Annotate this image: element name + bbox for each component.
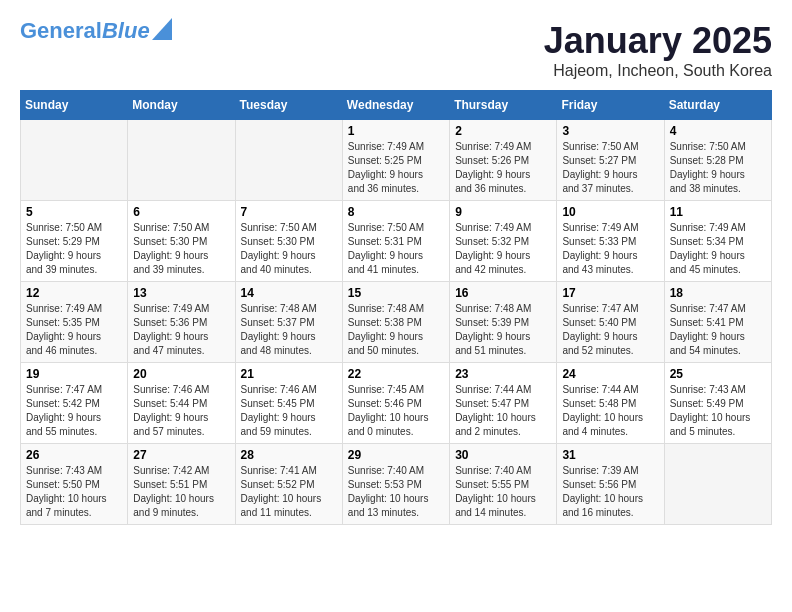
table-row: 16Sunrise: 7:48 AM Sunset: 5:39 PM Dayli… [450,282,557,363]
day-number: 30 [455,448,551,462]
table-row: 22Sunrise: 7:45 AM Sunset: 5:46 PM Dayli… [342,363,449,444]
day-content: Sunrise: 7:49 AM Sunset: 5:26 PM Dayligh… [455,140,551,196]
table-row: 6Sunrise: 7:50 AM Sunset: 5:30 PM Daylig… [128,201,235,282]
table-row: 27Sunrise: 7:42 AM Sunset: 5:51 PM Dayli… [128,444,235,525]
day-content: Sunrise: 7:46 AM Sunset: 5:45 PM Dayligh… [241,383,337,439]
day-number: 13 [133,286,229,300]
calendar-subtitle: Hajeom, Incheon, South Korea [544,62,772,80]
day-number: 8 [348,205,444,219]
calendar-week-row: 1Sunrise: 7:49 AM Sunset: 5:25 PM Daylig… [21,120,772,201]
table-row: 13Sunrise: 7:49 AM Sunset: 5:36 PM Dayli… [128,282,235,363]
table-row: 17Sunrise: 7:47 AM Sunset: 5:40 PM Dayli… [557,282,664,363]
day-content: Sunrise: 7:49 AM Sunset: 5:35 PM Dayligh… [26,302,122,358]
day-number: 21 [241,367,337,381]
day-content: Sunrise: 7:47 AM Sunset: 5:40 PM Dayligh… [562,302,658,358]
table-row: 30Sunrise: 7:40 AM Sunset: 5:55 PM Dayli… [450,444,557,525]
day-number: 17 [562,286,658,300]
day-number: 6 [133,205,229,219]
day-content: Sunrise: 7:41 AM Sunset: 5:52 PM Dayligh… [241,464,337,520]
logo-text: GeneralBlue [20,20,150,42]
day-content: Sunrise: 7:50 AM Sunset: 5:30 PM Dayligh… [241,221,337,277]
calendar-week-row: 12Sunrise: 7:49 AM Sunset: 5:35 PM Dayli… [21,282,772,363]
day-number: 4 [670,124,766,138]
table-row: 9Sunrise: 7:49 AM Sunset: 5:32 PM Daylig… [450,201,557,282]
table-row: 8Sunrise: 7:50 AM Sunset: 5:31 PM Daylig… [342,201,449,282]
table-row: 3Sunrise: 7:50 AM Sunset: 5:27 PM Daylig… [557,120,664,201]
header-saturday: Saturday [664,91,771,120]
table-row: 4Sunrise: 7:50 AM Sunset: 5:28 PM Daylig… [664,120,771,201]
day-content: Sunrise: 7:44 AM Sunset: 5:47 PM Dayligh… [455,383,551,439]
page-header: GeneralBlue January 2025 Hajeom, Incheon… [20,20,772,80]
day-content: Sunrise: 7:42 AM Sunset: 5:51 PM Dayligh… [133,464,229,520]
table-row: 18Sunrise: 7:47 AM Sunset: 5:41 PM Dayli… [664,282,771,363]
day-content: Sunrise: 7:47 AM Sunset: 5:42 PM Dayligh… [26,383,122,439]
day-content: Sunrise: 7:48 AM Sunset: 5:38 PM Dayligh… [348,302,444,358]
day-number: 16 [455,286,551,300]
logo: GeneralBlue [20,20,172,42]
header-monday: Monday [128,91,235,120]
day-number: 2 [455,124,551,138]
day-number: 25 [670,367,766,381]
calendar-week-row: 26Sunrise: 7:43 AM Sunset: 5:50 PM Dayli… [21,444,772,525]
day-content: Sunrise: 7:49 AM Sunset: 5:36 PM Dayligh… [133,302,229,358]
table-row: 15Sunrise: 7:48 AM Sunset: 5:38 PM Dayli… [342,282,449,363]
day-number: 24 [562,367,658,381]
day-content: Sunrise: 7:43 AM Sunset: 5:49 PM Dayligh… [670,383,766,439]
day-number: 31 [562,448,658,462]
table-row [21,120,128,201]
day-number: 10 [562,205,658,219]
table-row: 10Sunrise: 7:49 AM Sunset: 5:33 PM Dayli… [557,201,664,282]
day-number: 14 [241,286,337,300]
calendar-header-row: Sunday Monday Tuesday Wednesday Thursday… [21,91,772,120]
table-row: 23Sunrise: 7:44 AM Sunset: 5:47 PM Dayli… [450,363,557,444]
table-row: 21Sunrise: 7:46 AM Sunset: 5:45 PM Dayli… [235,363,342,444]
table-row: 28Sunrise: 7:41 AM Sunset: 5:52 PM Dayli… [235,444,342,525]
day-content: Sunrise: 7:50 AM Sunset: 5:27 PM Dayligh… [562,140,658,196]
day-content: Sunrise: 7:47 AM Sunset: 5:41 PM Dayligh… [670,302,766,358]
header-sunday: Sunday [21,91,128,120]
table-row: 1Sunrise: 7:49 AM Sunset: 5:25 PM Daylig… [342,120,449,201]
table-row: 12Sunrise: 7:49 AM Sunset: 5:35 PM Dayli… [21,282,128,363]
day-number: 1 [348,124,444,138]
svg-marker-0 [152,18,172,40]
day-number: 11 [670,205,766,219]
table-row: 24Sunrise: 7:44 AM Sunset: 5:48 PM Dayli… [557,363,664,444]
day-number: 19 [26,367,122,381]
calendar-table: Sunday Monday Tuesday Wednesday Thursday… [20,90,772,525]
table-row: 7Sunrise: 7:50 AM Sunset: 5:30 PM Daylig… [235,201,342,282]
day-content: Sunrise: 7:50 AM Sunset: 5:29 PM Dayligh… [26,221,122,277]
day-content: Sunrise: 7:39 AM Sunset: 5:56 PM Dayligh… [562,464,658,520]
table-row [128,120,235,201]
logo-icon [152,18,172,40]
day-number: 29 [348,448,444,462]
day-number: 7 [241,205,337,219]
day-number: 9 [455,205,551,219]
day-content: Sunrise: 7:48 AM Sunset: 5:39 PM Dayligh… [455,302,551,358]
day-content: Sunrise: 7:49 AM Sunset: 5:33 PM Dayligh… [562,221,658,277]
day-content: Sunrise: 7:48 AM Sunset: 5:37 PM Dayligh… [241,302,337,358]
day-content: Sunrise: 7:45 AM Sunset: 5:46 PM Dayligh… [348,383,444,439]
day-number: 3 [562,124,658,138]
day-content: Sunrise: 7:49 AM Sunset: 5:34 PM Dayligh… [670,221,766,277]
day-number: 28 [241,448,337,462]
header-friday: Friday [557,91,664,120]
table-row: 31Sunrise: 7:39 AM Sunset: 5:56 PM Dayli… [557,444,664,525]
day-number: 27 [133,448,229,462]
header-wednesday: Wednesday [342,91,449,120]
table-row: 19Sunrise: 7:47 AM Sunset: 5:42 PM Dayli… [21,363,128,444]
day-content: Sunrise: 7:50 AM Sunset: 5:31 PM Dayligh… [348,221,444,277]
day-content: Sunrise: 7:50 AM Sunset: 5:28 PM Dayligh… [670,140,766,196]
day-content: Sunrise: 7:44 AM Sunset: 5:48 PM Dayligh… [562,383,658,439]
title-area: January 2025 Hajeom, Incheon, South Kore… [544,20,772,80]
day-number: 15 [348,286,444,300]
day-number: 23 [455,367,551,381]
table-row: 14Sunrise: 7:48 AM Sunset: 5:37 PM Dayli… [235,282,342,363]
day-content: Sunrise: 7:40 AM Sunset: 5:53 PM Dayligh… [348,464,444,520]
day-content: Sunrise: 7:49 AM Sunset: 5:25 PM Dayligh… [348,140,444,196]
table-row: 5Sunrise: 7:50 AM Sunset: 5:29 PM Daylig… [21,201,128,282]
day-content: Sunrise: 7:43 AM Sunset: 5:50 PM Dayligh… [26,464,122,520]
header-tuesday: Tuesday [235,91,342,120]
calendar-title: January 2025 [544,20,772,62]
day-content: Sunrise: 7:46 AM Sunset: 5:44 PM Dayligh… [133,383,229,439]
day-number: 20 [133,367,229,381]
